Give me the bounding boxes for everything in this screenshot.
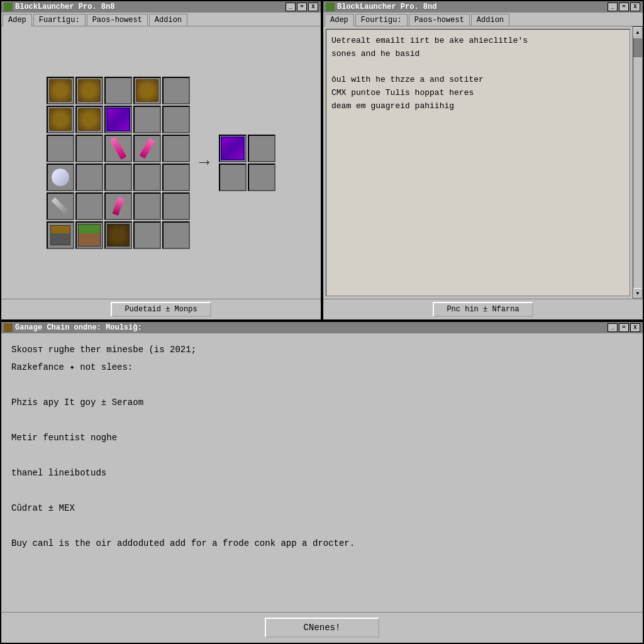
bottom-window-icon xyxy=(4,323,13,332)
left-minimize-button[interactable]: _ xyxy=(286,3,296,11)
right-tab-adep[interactable]: Adep xyxy=(325,14,354,26)
left-window-title: BlockLauncher Pro. 8n8 xyxy=(15,3,283,11)
right-window-icon xyxy=(326,3,335,11)
cnenes-button[interactable]: CNenes! xyxy=(265,618,380,638)
right-text-line-4: CMX puntoe Tulis hoppat heres xyxy=(331,87,625,100)
craft-cell-3-2[interactable] xyxy=(104,164,132,191)
bottom-window-controls: _ = X xyxy=(608,323,640,332)
right-tab-addion[interactable]: Addion xyxy=(471,14,509,26)
craft-cell-0-2[interactable] xyxy=(104,77,132,104)
left-window-controls: _ = X xyxy=(286,3,318,11)
right-text-wrapper: Uetrealt emailt iirt be ake ahieclitle's… xyxy=(323,26,643,299)
craft-cell-4-4[interactable] xyxy=(162,192,190,220)
right-window-title: BlockLauncher Pro. 8nd xyxy=(337,3,605,11)
craft-cell-1-0[interactable] xyxy=(47,106,74,133)
left-close-button[interactable]: X xyxy=(308,3,318,11)
craft-cell-1-1[interactable] xyxy=(75,106,103,133)
bottom-title-bar: Ganage Chain ondne: Moulsiĝ: _ = X xyxy=(1,322,643,333)
craft-cell-2-0[interactable] xyxy=(47,135,74,162)
craft-cell-0-1[interactable] xyxy=(75,77,103,104)
bottom-text-line-2 xyxy=(11,376,633,394)
left-title-bar: BlockLauncher Pro. 8n8 _ = X xyxy=(1,1,321,13)
craft-cell-0-0[interactable] xyxy=(47,77,74,104)
craft-cell-2-3[interactable] xyxy=(133,135,161,162)
bottom-close-button[interactable]: X xyxy=(630,323,640,332)
right-tab-bar: Adep Fourtigu: Paos-howest Addion xyxy=(323,13,643,26)
craft-cell-3-4[interactable] xyxy=(162,164,190,191)
left-bottom-button[interactable]: Pudetaid ± Monps xyxy=(111,302,211,317)
craft-cell-5-2[interactable] xyxy=(104,221,132,249)
right-tab-fourtigu[interactable]: Fourtigu: xyxy=(355,14,408,26)
craft-cell-5-1[interactable] xyxy=(75,221,103,249)
bottom-minimize-button[interactable]: _ xyxy=(608,323,618,332)
craft-cell-1-2[interactable] xyxy=(104,106,132,133)
crafting-arrow: → xyxy=(196,153,213,172)
craft-cell-5-0[interactable] xyxy=(47,221,74,249)
bottom-text-line-0: Skoosт rughe ther minesbe (is 2021; xyxy=(11,341,633,358)
craft-cell-0-4[interactable] xyxy=(162,77,190,104)
craft-cell-3-3[interactable] xyxy=(133,164,161,191)
craft-cell-4-0[interactable] xyxy=(47,192,74,220)
bottom-text-line-11: Buy canl is the oir addoduted add for a … xyxy=(11,535,633,552)
bottom-text-line-9: Cûdrat ± MEX xyxy=(11,499,633,517)
right-text-line-5: deam em guagreid pahiihig xyxy=(331,100,625,113)
bottom-text-line-3: Phzis apy It goy ± Seraom xyxy=(11,394,633,411)
left-window-icon xyxy=(4,3,13,11)
right-tab-paoshowest[interactable]: Paos-howest xyxy=(409,14,470,26)
result-cell-1-1[interactable] xyxy=(248,164,275,191)
bottom-maximize-button[interactable]: = xyxy=(619,323,629,332)
craft-cell-4-3[interactable] xyxy=(133,192,161,220)
bottom-text-line-6 xyxy=(11,447,633,464)
left-window: BlockLauncher Pro. 8n8 _ = X Adep Fuarti… xyxy=(0,0,322,321)
scroll-down-button[interactable]: ▼ xyxy=(633,288,642,298)
craft-cell-2-2[interactable] xyxy=(104,135,132,162)
right-minimize-button[interactable]: _ xyxy=(608,3,618,11)
bottom-content: Skoosт rughe ther minesbe (is 2021; Razk… xyxy=(1,333,643,612)
bottom-button-area: CNenes! xyxy=(1,612,643,643)
bottom-text-line-10 xyxy=(11,517,633,535)
craft-cell-5-3[interactable] xyxy=(133,221,161,249)
left-bottom-bar: Pudetaid ± Monps xyxy=(1,299,321,319)
right-maximize-button[interactable]: = xyxy=(619,3,629,11)
crafting-grid xyxy=(47,77,190,249)
left-tab-addion[interactable]: Addion xyxy=(149,14,187,26)
craft-cell-2-1[interactable] xyxy=(75,135,103,162)
scroll-up-button[interactable]: ▲ xyxy=(633,27,642,37)
left-tab-adep[interactable]: Adep xyxy=(3,14,32,26)
left-tab-paoshowest[interactable]: Paos-howest xyxy=(87,14,148,26)
bottom-text-line-5: Metir feuntist noghe xyxy=(11,429,633,447)
bottom-text-line-8 xyxy=(11,482,633,499)
bottom-window: Ganage Chain ondne: Moulsiĝ: _ = X Skoos… xyxy=(0,321,644,644)
right-title-bar: BlockLauncher Pro. 8nd _ = X xyxy=(323,1,643,13)
craft-cell-3-1[interactable] xyxy=(75,164,103,191)
right-text-line-2 xyxy=(331,61,625,74)
result-cell-0-1[interactable] xyxy=(248,135,275,162)
right-bottom-bar: Pnc hin ± Nfarna xyxy=(323,299,643,319)
right-text-line-1: sones and he basid xyxy=(331,48,625,61)
result-cell-0-0[interactable] xyxy=(219,135,247,162)
craft-cell-5-4[interactable] xyxy=(162,221,190,249)
bottom-window-title: Ganage Chain ondne: Moulsiĝ: xyxy=(15,323,605,332)
right-window: BlockLauncher Pro. 8nd _ = X Adep Fourti… xyxy=(322,0,644,321)
craft-cell-3-0[interactable] xyxy=(47,164,74,191)
right-close-button[interactable]: X xyxy=(630,3,640,11)
right-text-area: Uetrealt emailt iirt be ake ahieclitle's… xyxy=(323,26,643,299)
craft-cell-0-3[interactable] xyxy=(133,77,161,104)
scroll-thumb[interactable] xyxy=(633,38,642,57)
right-text-line-0: Uetrealt emailt iirt be ake ahieclitle's xyxy=(331,35,625,48)
left-window-content: → xyxy=(1,26,321,299)
craft-cell-4-1[interactable] xyxy=(75,192,103,220)
craft-cell-1-4[interactable] xyxy=(162,106,190,133)
bottom-text-line-4 xyxy=(11,411,633,429)
bottom-text-line-1: Razkefance ✦ not slees: xyxy=(11,358,633,376)
craft-cell-2-4[interactable] xyxy=(162,135,190,162)
left-tab-fuartigu[interactable]: Fuartigu: xyxy=(33,14,86,26)
left-maximize-button[interactable]: = xyxy=(297,3,307,11)
result-cell-1-0[interactable] xyxy=(219,164,247,191)
right-scrollbar[interactable]: ▲ ▼ xyxy=(633,26,643,299)
craft-cell-1-3[interactable] xyxy=(133,106,161,133)
result-grid xyxy=(219,135,275,191)
crafting-area: → xyxy=(1,26,321,299)
craft-cell-4-2[interactable] xyxy=(104,192,132,220)
right-bottom-button[interactable]: Pnc hin ± Nfarna xyxy=(433,302,533,317)
